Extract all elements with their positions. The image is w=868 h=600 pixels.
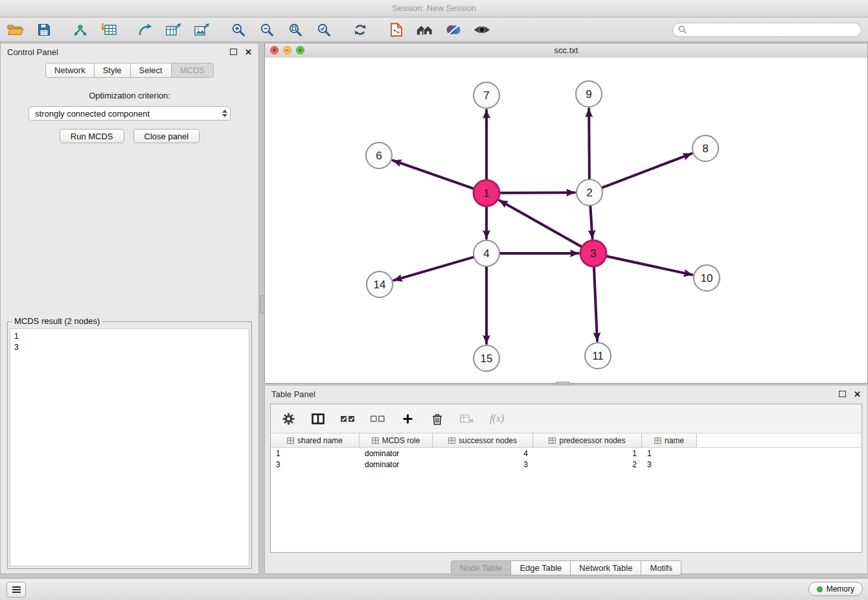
toolbar-group-session	[6, 21, 53, 39]
optimization-criterion-label: Optimization criterion:	[1, 91, 258, 100]
graph-edge-2-8[interactable]	[602, 154, 692, 187]
open-session-button[interactable]	[6, 21, 25, 39]
tab-style[interactable]: Style	[94, 63, 131, 78]
tab-node-table[interactable]: Node Table	[451, 560, 512, 575]
graph-edge-2-3[interactable]	[590, 206, 592, 238]
memory-label: Memory	[827, 584, 854, 594]
tab-edge-table[interactable]: Edge Table	[510, 560, 571, 575]
application-window: Session: New Session	[0, 0, 868, 600]
float-table-panel-button[interactable]	[839, 389, 846, 399]
export-network-button[interactable]	[136, 21, 154, 39]
graph-node-7[interactable]: 7	[474, 82, 499, 108]
column-header-successor-nodes[interactable]: successor nodes	[433, 433, 533, 447]
graph-node-8[interactable]: 8	[692, 135, 718, 161]
close-panel-action-button[interactable]: Close panel	[133, 129, 200, 143]
graph-edge-3-10[interactable]	[607, 256, 692, 275]
tab-select[interactable]: Select	[130, 63, 172, 78]
minimize-window-button[interactable]: −	[283, 46, 291, 54]
graph-node-6[interactable]: 6	[366, 143, 392, 168]
add-column-button[interactable]	[399, 410, 416, 427]
table-row[interactable]: 3dominator323	[271, 459, 862, 470]
search-box[interactable]	[672, 23, 862, 37]
network-document-button[interactable]	[387, 21, 405, 39]
criterion-dropdown[interactable]: strongly connected component	[29, 106, 231, 121]
mcds-result-list[interactable]: 13	[10, 329, 249, 566]
save-session-button[interactable]	[35, 21, 53, 39]
float-panel-button[interactable]	[230, 47, 237, 57]
graph-node-2[interactable]: 2	[577, 179, 602, 205]
export-image-button[interactable]	[193, 21, 211, 39]
close-table-panel-button[interactable]: ✕	[854, 390, 861, 398]
column-header-label: predecessor nodes	[559, 436, 625, 445]
svg-text:15: 15	[481, 352, 493, 365]
column-header-label: MCDS role	[382, 436, 420, 445]
zoom-out-icon	[260, 23, 274, 37]
svg-text:1: 1	[483, 187, 489, 200]
zoom-fit-button[interactable]	[286, 21, 304, 39]
graph-edge-4-14[interactable]	[394, 257, 474, 281]
show-columns-button[interactable]	[310, 410, 326, 427]
table-settings-button[interactable]	[280, 410, 297, 427]
search-input[interactable]	[690, 24, 856, 35]
first-neighbors-button[interactable]	[416, 21, 434, 39]
close-control-panel-button[interactable]: ✕	[245, 48, 252, 56]
dropdown-stepper-icon	[222, 110, 227, 117]
column-header-predecessor-nodes[interactable]: predecessor nodes	[533, 433, 642, 447]
column-sort-icon	[448, 437, 455, 444]
zoom-selected-button[interactable]	[315, 21, 333, 39]
graph-node-1[interactable]: 1	[474, 180, 499, 206]
criterion-dropdown-value: strongly connected component	[35, 109, 150, 119]
style-paint-button[interactable]	[444, 21, 463, 39]
graph-edge-1-2[interactable]	[500, 192, 575, 193]
graph-node-9[interactable]: 9	[576, 81, 602, 107]
zoom-window-button[interactable]: +	[296, 46, 304, 54]
save-icon	[38, 23, 51, 36]
tab-network[interactable]: Network	[45, 63, 95, 78]
import-table-button[interactable]	[100, 21, 118, 39]
toolbar-group-import	[71, 21, 118, 39]
table-row[interactable]: 1dominator411	[271, 448, 862, 459]
refresh-layout-button[interactable]	[351, 21, 369, 39]
delete-table-button[interactable]	[459, 410, 475, 427]
zoom-in-button[interactable]	[229, 21, 247, 39]
graph-node-4[interactable]: 4	[474, 240, 499, 266]
function-builder-button[interactable]: f(x)	[488, 410, 505, 427]
graph-node-11[interactable]: 11	[585, 343, 611, 369]
graph-node-15[interactable]: 15	[474, 345, 499, 371]
network-window-titlebar[interactable]: ×−+ scc.txt	[265, 43, 867, 58]
zoom-out-button[interactable]	[258, 21, 276, 39]
graph-edge-3-1[interactable]	[499, 200, 582, 246]
tab-mcds[interactable]: MCDS	[171, 63, 214, 78]
import-network-button[interactable]	[71, 21, 89, 39]
network-canvas[interactable]: 7968124314101511	[265, 58, 867, 383]
network-graph[interactable]: 7968124314101511	[265, 58, 867, 383]
table-cell: 1	[271, 449, 360, 458]
run-mcds-button[interactable]: Run MCDS	[60, 129, 124, 143]
column-header-shared-name[interactable]: shared name	[271, 433, 360, 447]
show-details-button[interactable]	[473, 21, 491, 39]
svg-text:4: 4	[483, 248, 489, 260]
graph-edge-1-6[interactable]	[393, 161, 474, 189]
refresh-icon	[353, 23, 367, 37]
close-window-button[interactable]: ×	[270, 46, 279, 54]
tab-network-table[interactable]: Network Table	[570, 560, 641, 575]
delete-column-button[interactable]	[429, 410, 446, 427]
mcds-result-item: 3	[14, 342, 245, 353]
panel-splitter-handle-vertical[interactable]	[260, 295, 265, 314]
column-header-name[interactable]: name	[642, 433, 697, 447]
column-header-mcds-role[interactable]: MCDS role	[360, 433, 433, 447]
gear-icon	[282, 413, 295, 425]
graph-edge-3-11[interactable]	[594, 267, 597, 341]
graph-node-14[interactable]: 14	[367, 271, 393, 297]
graph-edge-2-9[interactable]	[589, 109, 589, 179]
tab-motifs[interactable]: Motifs	[641, 560, 681, 575]
control-panel: Control Panel ✕ NetworkStyleSelectMCDS O…	[0, 43, 259, 574]
graph-node-10[interactable]: 10	[694, 265, 720, 291]
graph-node-3[interactable]: 3	[580, 240, 606, 266]
column-header-label: shared name	[297, 436, 343, 445]
export-table-button[interactable]	[165, 21, 183, 39]
task-history-button[interactable]	[6, 582, 26, 597]
memory-button[interactable]: Memory	[808, 582, 863, 596]
deselect-all-columns-button[interactable]	[369, 410, 386, 427]
select-all-columns-button[interactable]	[339, 410, 356, 427]
